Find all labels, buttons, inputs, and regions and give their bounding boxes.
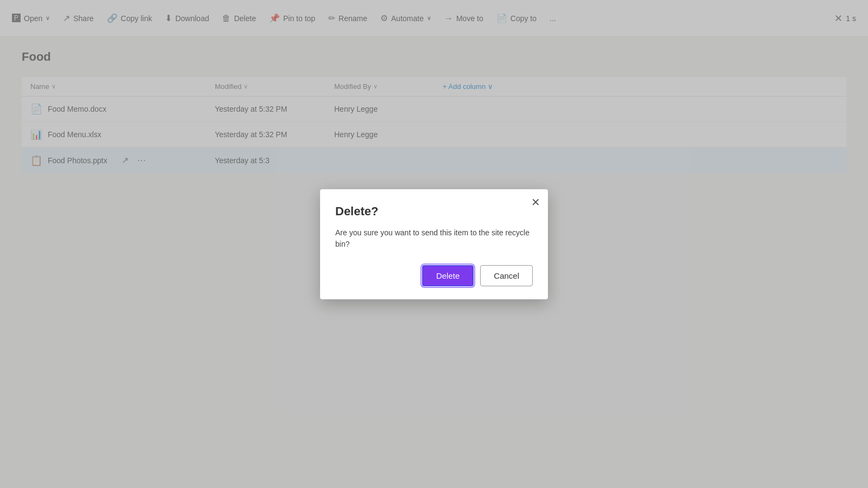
dialog-title: Delete?	[335, 204, 533, 219]
dialog-message: Are you sure you want to send this item …	[335, 227, 533, 250]
confirm-delete-button[interactable]: Delete	[422, 265, 474, 286]
cancel-delete-button[interactable]: Cancel	[480, 265, 533, 286]
modal-overlay: Delete? ✕ Are you sure you want to send …	[0, 0, 868, 488]
dialog-close-button[interactable]: ✕	[531, 197, 540, 208]
dialog-actions: Delete Cancel	[335, 265, 533, 286]
delete-dialog: Delete? ✕ Are you sure you want to send …	[320, 189, 548, 299]
